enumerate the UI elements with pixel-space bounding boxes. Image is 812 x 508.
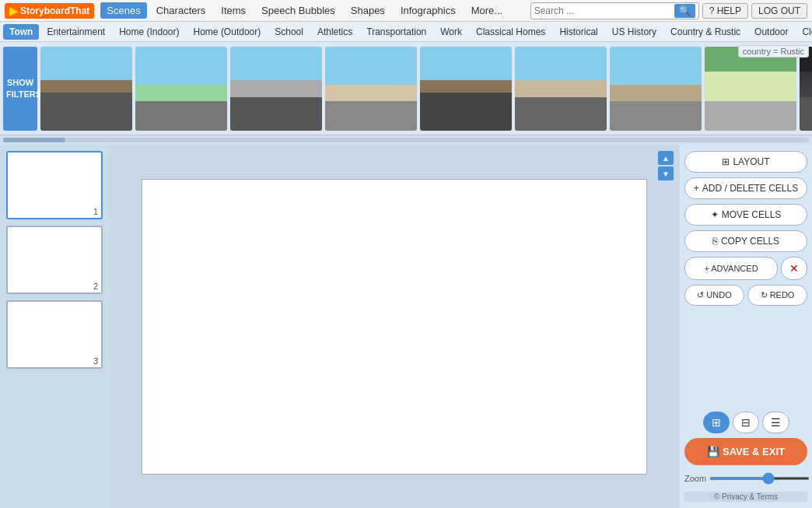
cat-tab-classical-homes[interactable]: Classical Homes [470, 24, 551, 40]
up-button[interactable]: ▲ [658, 151, 674, 165]
storyboard-canvas[interactable] [142, 179, 647, 475]
cat-tab-us-history[interactable]: US History [606, 24, 663, 40]
cat-tab-close-ups[interactable]: Close Ups [796, 24, 812, 40]
page-num-1: 1 [93, 207, 98, 216]
center-canvas[interactable]: ▲ ▼ [109, 145, 680, 508]
cat-tab-country-rustic[interactable]: Country & Rustic [664, 24, 747, 40]
logo-text: StoryboardThat [20, 5, 89, 16]
search-input[interactable] [534, 5, 674, 16]
scene-thumb-5[interactable] [420, 47, 512, 131]
main-layout: 1 2 3 ▲ ▼ ⊞ LAYOUT + ADD / DELETE CELLS … [0, 145, 812, 508]
logo-icon: ▶ [9, 5, 18, 17]
cat-tab-school[interactable]: School [268, 24, 310, 40]
category-tabs: Town Entertainment Home (Indoor) Home (O… [0, 22, 812, 42]
scene-thumb-9[interactable] [800, 47, 812, 131]
nav-items[interactable]: Items [215, 2, 252, 19]
logo[interactable]: ▶ StoryboardThat [5, 3, 94, 19]
scene-thumb-7[interactable] [610, 47, 702, 131]
layout-mode-buttons: ⊞ ⊟ ☰ [684, 412, 807, 433]
cat-tab-town[interactable]: Town [3, 24, 39, 40]
copy-icon: ⎘ [712, 236, 718, 247]
undo-button[interactable]: ↺ UNDO [684, 285, 744, 306]
zoom-label: Zoom [684, 474, 706, 483]
scene-thumb-3[interactable] [230, 47, 322, 131]
nav-infographics[interactable]: Infographics [394, 2, 462, 19]
zoom-area: Zoom ✕ [684, 470, 807, 487]
layout-mode-grid[interactable]: ⊞ [703, 412, 730, 433]
move-icon: ✦ [711, 209, 719, 220]
save-icon: 💾 [707, 446, 719, 457]
down-button[interactable]: ▼ [658, 166, 674, 180]
page-num-3: 3 [93, 356, 98, 366]
cat-tab-outdoor[interactable]: Outdoor [748, 24, 794, 40]
scene-thumb-6[interactable] [515, 47, 607, 131]
cat-tab-transportation[interactable]: Transportation [360, 24, 432, 40]
scroll-bar-track [3, 138, 809, 142]
scene-thumb-8[interactable] [705, 47, 796, 131]
nav-characters[interactable]: Characters [150, 2, 212, 19]
scene-thumb-4[interactable] [325, 47, 417, 131]
search-button[interactable]: 🔍 [674, 4, 695, 18]
advanced-row: + ADVANCED ✕ [684, 257, 807, 280]
help-button[interactable]: ? HELP [702, 3, 748, 19]
show-filters-button[interactable]: SHOW FILTERS [3, 47, 37, 131]
layout-mode-list[interactable]: ☰ [762, 412, 789, 433]
layout-icon: ⊞ [722, 156, 730, 167]
scene-thumb-1[interactable] [40, 47, 132, 131]
add-delete-icon: + [694, 183, 699, 194]
scene-thumb-2[interactable] [135, 47, 227, 131]
close-button[interactable]: ✕ [781, 257, 807, 280]
nav-scenes[interactable]: Scenes [100, 2, 146, 19]
right-panel: ⊞ LAYOUT + ADD / DELETE CELLS ✦ MOVE CEL… [680, 145, 812, 508]
advanced-button[interactable]: + ADVANCED [684, 257, 778, 280]
cat-tab-home-indoor[interactable]: Home (Indoor) [113, 24, 185, 40]
page-num-2: 2 [93, 282, 98, 291]
search-area: 🔍 [530, 2, 699, 19]
cat-tab-athletics[interactable]: Athletics [311, 24, 359, 40]
zoom-slider[interactable] [709, 477, 810, 480]
scroll-bar-area[interactable] [0, 135, 812, 145]
nav-more[interactable]: More... [465, 2, 509, 19]
top-navbar: ▶ StoryboardThat Scenes Characters Items… [0, 0, 812, 22]
copy-cells-button[interactable]: ⎘ COPY CELLS [684, 230, 807, 252]
story-page-2[interactable]: 2 [6, 226, 103, 294]
logout-button[interactable]: LOG OUT [751, 3, 807, 19]
privacy-bar: © Privacy & Terms [684, 492, 807, 502]
nav-shapes[interactable]: Shapes [345, 2, 391, 19]
left-panel: 1 2 3 [0, 145, 109, 508]
cat-tab-historical[interactable]: Historical [553, 24, 604, 40]
scenes-strip: SHOW FILTERS country = Rustic [0, 42, 812, 135]
scroll-bar-thumb[interactable] [3, 138, 65, 142]
nav-speech-bubbles[interactable]: Speech Bubbles [255, 2, 341, 19]
undo-redo-row: ↺ UNDO ↻ REDO [684, 285, 807, 306]
cat-tab-work[interactable]: Work [434, 24, 468, 40]
story-page-3[interactable]: 3 [6, 300, 103, 369]
layout-mode-columns[interactable]: ⊟ [733, 412, 759, 433]
layout-button[interactable]: ⊞ LAYOUT [684, 151, 807, 173]
save-exit-button[interactable]: 💾 SAVE & EXIT [684, 438, 807, 465]
up-down-buttons: ▲ ▼ [658, 151, 674, 180]
move-cells-button[interactable]: ✦ MOVE CELLS [684, 204, 807, 226]
cat-tab-entertainment[interactable]: Entertainment [40, 24, 111, 40]
add-delete-cells-button[interactable]: + ADD / DELETE CELLS [684, 177, 807, 199]
cat-tab-home-outdoor[interactable]: Home (Outdoor) [187, 24, 268, 40]
story-page-1[interactable]: 1 [6, 151, 103, 219]
redo-button[interactable]: ↻ REDO [747, 285, 807, 306]
filter-label: country = Rustic [738, 45, 809, 58]
